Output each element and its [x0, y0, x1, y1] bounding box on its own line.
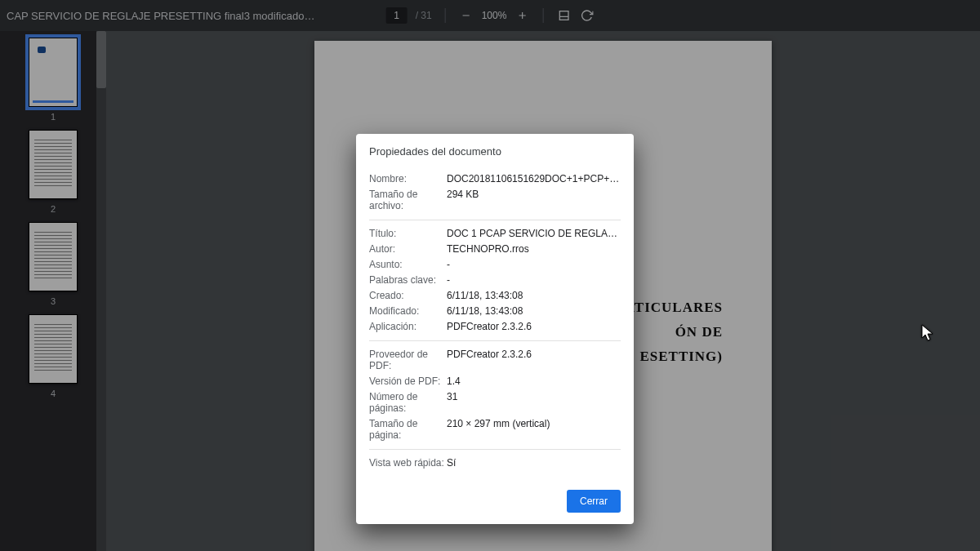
property-label: Modificado: — [369, 305, 447, 317]
property-label: Autor: — [369, 243, 447, 255]
property-label: Tamaño de página: — [369, 418, 447, 441]
property-value: PDFCreator 2.3.2.6 — [447, 321, 621, 332]
property-label: Vista web rápida: — [369, 457, 447, 469]
property-row: Tamaño de archivo:294 KB — [369, 186, 621, 213]
property-row: Aplicación:PDFCreator 2.3.2.6 — [369, 318, 621, 334]
property-value: DOC20181106151629DOC+1+PCP+SERVICIO+RE..… — [447, 173, 621, 184]
property-label: Número de páginas: — [369, 391, 447, 414]
document-properties-dialog: Propiedades del documento Nombre:DOC2018… — [356, 134, 634, 524]
property-label: Creado: — [369, 290, 447, 301]
property-label: Asunto: — [369, 259, 447, 270]
property-group: Vista web rápida:Sí — [369, 450, 621, 477]
property-row: Versión de PDF:1.4 — [369, 373, 621, 389]
property-row: Asunto:- — [369, 256, 621, 272]
property-row: Vista web rápida:Sí — [369, 455, 621, 470]
property-label: Tamaño de archivo: — [369, 189, 447, 211]
property-row: Autor:TECHNOPRO.rros — [369, 241, 621, 256]
property-row: Palabras clave:- — [369, 272, 621, 287]
property-value: 294 KB — [447, 189, 621, 211]
property-row: Creado:6/11/18, 13:43:08 — [369, 287, 621, 303]
property-value: PDFCreator 2.3.2.6 — [447, 349, 621, 371]
property-row: Número de páginas:31 — [369, 389, 621, 415]
property-row: Nombre:DOC20181106151629DOC+1+PCP+SERVIC… — [369, 171, 621, 186]
property-row: Tamaño de página:210 × 297 mm (vertical) — [369, 415, 621, 442]
property-value: TECHNOPRO.rros — [447, 243, 621, 255]
property-value: 6/11/18, 13:43:08 — [447, 290, 621, 301]
property-value: - — [447, 259, 621, 270]
property-label: Título: — [369, 228, 447, 239]
property-label: Aplicación: — [369, 321, 447, 332]
dialog-footer: Cerrar — [356, 482, 634, 524]
property-value: 31 — [447, 391, 621, 414]
property-group: Título:DOC 1 PCAP SERVICIO DE REGLAJE PR… — [369, 220, 621, 341]
close-button[interactable]: Cerrar — [567, 490, 621, 513]
dialog-body: Nombre:DOC20181106151629DOC+1+PCP+SERVIC… — [356, 166, 634, 482]
property-label: Proveedor de PDF: — [369, 349, 447, 371]
property-value: Sí — [447, 457, 621, 469]
property-row: Título:DOC 1 PCAP SERVICIO DE REGLAJE PR… — [369, 225, 621, 241]
property-label: Palabras clave: — [369, 274, 447, 286]
property-value: 210 × 297 mm (vertical) — [447, 418, 621, 441]
property-group: Proveedor de PDF:PDFCreator 2.3.2.6 Vers… — [369, 341, 621, 450]
property-label: Nombre: — [369, 173, 447, 184]
property-value: 1.4 — [447, 375, 621, 387]
property-row: Modificado:6/11/18, 13:43:08 — [369, 303, 621, 318]
property-row: Proveedor de PDF:PDFCreator 2.3.2.6 — [369, 346, 621, 373]
property-value: DOC 1 PCAP SERVICIO DE REGLAJE PRESETTIN… — [447, 228, 621, 239]
property-value: 6/11/18, 13:43:08 — [447, 305, 621, 317]
dialog-title: Propiedades del documento — [356, 134, 634, 166]
property-value: - — [447, 274, 621, 286]
property-label: Versión de PDF: — [369, 375, 447, 387]
property-group: Nombre:DOC20181106151629DOC+1+PCP+SERVIC… — [369, 166, 621, 220]
